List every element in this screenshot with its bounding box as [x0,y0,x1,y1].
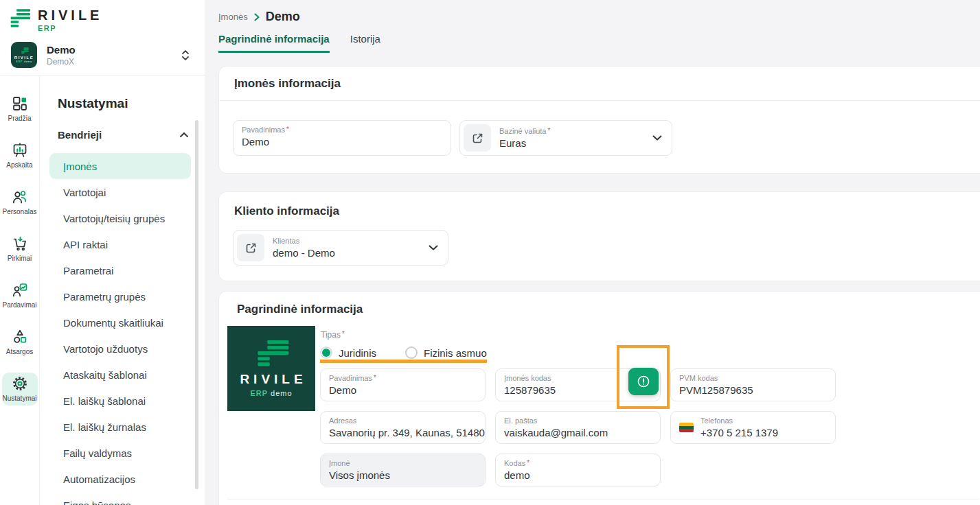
annotation-underline [320,360,487,363]
pavadinimas-field[interactable]: Pavadinimas* Demo [320,368,486,401]
sidebar-item-parametru-grupes[interactable]: Parametrų grupės [49,283,191,309]
imone-field: Įmonė Visos įmonės [320,454,486,486]
adresas-field[interactable]: Adresas Savanorių pr. 349, Kaunas, 51480 [320,411,486,444]
rail-item-pirkimai[interactable]: Pirkimai [2,233,38,266]
pavadinimas-field[interactable]: Pavadinimas* Demo [233,120,451,156]
section-divider [227,499,979,505]
company-logo-image[interactable]: RIVILE ERP demo [227,326,315,411]
radio-fizinis-asmuo[interactable] [405,347,418,359]
purchases-cart-icon [12,235,28,252]
kodas-field[interactable]: Kodas* demo [495,454,661,486]
subnav-group-bendrieji[interactable]: Bendrieji [58,129,188,141]
tipas-label: Tipas* [321,330,849,340]
chevron-down-icon [652,135,662,141]
bazine-valiuta-select[interactable]: Bazinė valiuta* Euras [459,120,672,156]
main-info-fields: Pavadinimas* Demo Įmonės kodas 125879635… [320,368,849,486]
client-info-card: Kliento informacija Klientas demo - Demo [218,191,980,281]
sidebar-item-failu-valdymas[interactable]: Failų valdymas [49,440,191,466]
sidebar: RIVILE ERP RIVILE ERP demo Demo DemoX [0,0,205,505]
brand-name: RIVILE [38,8,102,22]
tab-istorija[interactable]: Istorija [350,33,380,53]
sales-icon [12,282,28,298]
tab-pagrindine-informacija[interactable]: Pagrindinė informacija [218,33,330,53]
sidebar-item-ataskaitu-sablonai[interactable]: Ataskaitų šablonai [49,362,191,388]
sidebar-item-vartotojai[interactable]: Vartotojai [49,179,191,205]
sidebar-item-dokumentu-skaitliukai[interactable]: Dokumentų skaitliukai [49,309,191,336]
rail-item-pardavimai[interactable]: Pardavimai [2,279,38,312]
breadcrumb-parent[interactable]: Įmonės [218,12,248,22]
company-avatar: RIVILE ERP demo [11,42,37,68]
sidebar-header: RIVILE ERP RIVILE ERP demo Demo DemoX [0,0,205,75]
chevron-up-icon [180,132,188,137]
rail-item-nustatymai[interactable]: Nustatymai [2,373,38,406]
accounting-icon [12,142,28,158]
dashboard-icon [12,95,28,112]
subnav-list: Įmonės Vartotojai Vartotojų/teisių grupė… [40,153,205,505]
settings-gear-icon [12,375,28,392]
unfold-icon[interactable] [181,49,190,61]
sidebar-item-el-laisku-sablonai[interactable]: El. laiškų šablonai [49,388,191,414]
rail-item-atsargos[interactable]: Atsargos [2,326,38,359]
client-info-title: Kliento informacija [219,192,980,218]
company-selector[interactable]: RIVILE ERP demo Demo DemoX [11,42,196,68]
alert-circle-icon [637,375,650,388]
rail-item-personalas[interactable]: Personalas [2,186,38,219]
subnav-title: Nustatymai [58,96,205,111]
brand-product: ERP [38,24,102,32]
sidebar-item-vartotojo-uzduotys[interactable]: Vartotojo užduotys [49,336,191,362]
settings-subnav: Nustatymai Bendrieji Įmonės Vartotojai V… [40,75,205,505]
external-link-icon[interactable] [237,234,264,261]
sidebar-item-api-raktai[interactable]: API raktai [49,231,191,257]
company-info-title: Įmonės informacija [219,67,980,101]
company-code-info-button[interactable] [628,368,659,395]
company-name: Demo [47,44,76,56]
company-info-card: Įmonės informacija Pavadinimas* Demo Baz… [218,66,980,174]
sidebar-item-automatizacijos[interactable]: Automatizacijos [49,466,191,492]
company-code: DemoX [47,57,76,67]
tab-bar: Pagrindinė informacija Istorija [218,33,980,53]
lithuania-flag-icon [679,423,694,432]
radio-juridinis[interactable] [320,347,332,359]
external-link-icon[interactable] [464,124,491,152]
sidebar-item-eigos-busenos[interactable]: Eigos būsenos [49,492,191,505]
main-info-title: Pagrindinė informacija [227,303,979,316]
chevron-right-icon [254,13,260,21]
inventory-icon [12,329,28,345]
sidebar-item-el-laisku-zurnalas[interactable]: El. laiškų žurnalas [49,414,191,440]
page-title: Demo [266,10,300,24]
tipas-radio-group: Juridinis Fizinis asmuo [320,345,849,360]
telefonas-field[interactable]: Telefonas +370 5 215 1379 [670,411,836,444]
rail-item-apskaita[interactable]: Apskaita [2,139,38,172]
klientas-select[interactable]: Klientas demo - Demo [233,230,448,266]
chevron-down-icon [429,245,438,250]
sidebar-item-vartotoju-teisiu-grupes[interactable]: Vartotojų/teisių grupės [49,205,191,231]
el-pastas-field[interactable]: El. paštas vaiskauda@gmail.com [495,411,661,444]
sidebar-item-parametrai[interactable]: Parametrai [49,257,191,283]
people-icon [12,189,28,205]
brand: RIVILE ERP [7,8,102,32]
main-content: Įmonės Demo Pagrindinė informacija Istor… [205,0,980,505]
subnav-scrollbar[interactable] [195,120,198,489]
breadcrumb: Įmonės Demo [218,10,980,24]
nav-rail: Pradžia Apskaita Personalas Pirkimai Par… [0,75,40,505]
rail-item-pradzia[interactable]: Pradžia [2,93,38,126]
pvm-kodas-field[interactable]: PVM kodas PVM125879635 [670,368,836,401]
rivile-logo-icon [7,8,30,27]
sidebar-item-imones[interactable]: Įmonės [49,153,191,179]
main-info-card: Pagrindinė informacija RIVILE ERP demo T… [218,291,980,505]
